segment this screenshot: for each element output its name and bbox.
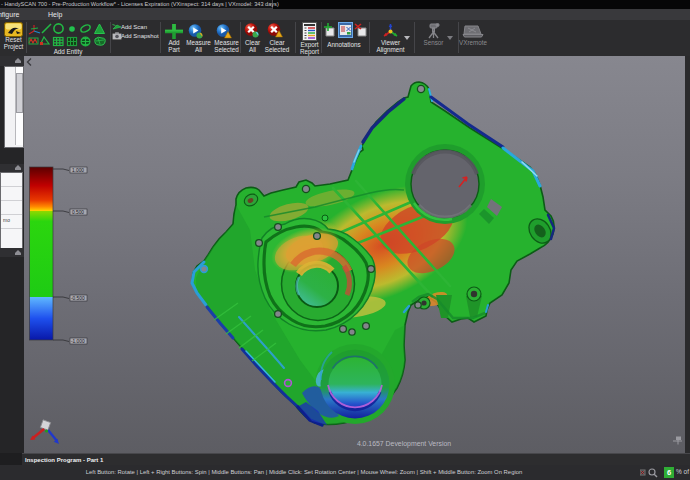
svg-text:0.500: 0.500 [72, 210, 84, 215]
svg-text:-0.500: -0.500 [71, 296, 85, 301]
svg-text:1.000: 1.000 [72, 168, 84, 173]
svg-text:4.0.1657 Development Version: 4.0.1657 Development Version [357, 440, 451, 448]
svg-text:-1.000: -1.000 [71, 339, 85, 344]
